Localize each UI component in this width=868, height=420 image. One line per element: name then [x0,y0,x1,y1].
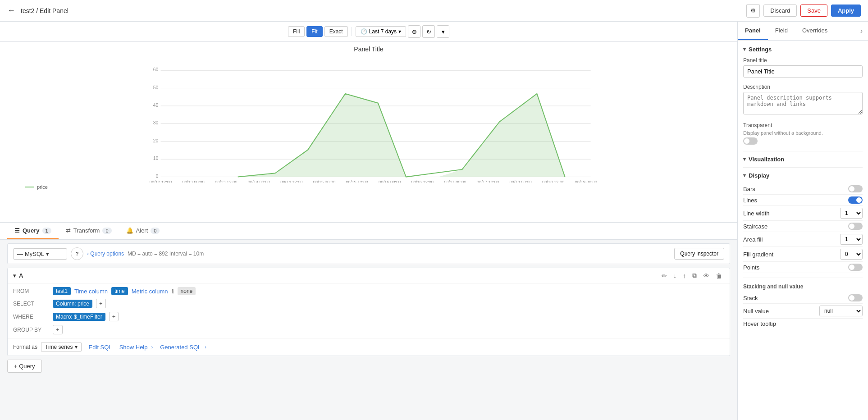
from-row: FROM test1 Time column time Metric colum… [13,287,724,295]
transform-count-badge: 0 [102,228,111,234]
tab-field[interactable]: Field [768,22,795,40]
discard-button[interactable]: Discard [763,5,797,17]
display-chevron-icon: ▾ [743,173,746,178]
save-button[interactable]: Save [800,5,827,17]
show-help-link[interactable]: Show Help [119,344,148,351]
datasource-icon: — [17,251,23,257]
apply-button[interactable]: Apply [831,5,861,17]
panel-title-input[interactable] [743,65,863,78]
header: ← test2 / Edit Panel ⚙ Discard Save Appl… [0,0,868,22]
alert-icon: 🔔 [126,227,133,234]
metric-none-tag[interactable]: none [178,287,196,295]
null-value-control: nullconnectednull as zero [819,306,863,316]
more-options-button[interactable]: ▾ [437,25,449,38]
staircase-row: Staircase [743,221,863,232]
group-by-row: GROUP BY + [13,325,724,334]
time-range-button[interactable]: 🕐 Last 7 days ▾ [356,26,406,37]
transparent-toggle[interactable] [743,137,758,145]
display-section-header[interactable]: ▾ Display [743,172,863,179]
tab-alert[interactable]: 🔔 Alert 0 [119,223,167,239]
description-textarea[interactable] [743,92,863,114]
zoom-out-button[interactable]: ⊖ [408,25,420,38]
where-value-tag[interactable]: Macro: $_timeFilter [53,313,105,321]
hover-tooltip-row: Hover tooltip [743,319,863,329]
lines-toggle[interactable] [848,196,863,204]
refresh-icon: ↻ [426,28,431,35]
zoom-icon: ⊖ [412,28,417,35]
line-width-label: Line width [743,210,770,217]
tab-query[interactable]: ☰ Query 1 [7,223,59,239]
from-table-tag[interactable]: test1 [53,287,71,295]
fill-gradient-select[interactable]: 012 [840,249,863,260]
help-icon-button[interactable]: ? [71,247,83,260]
chevron-icon: ▾ [46,251,49,257]
options-link[interactable]: › Query options [87,251,124,257]
chevron-down-icon: ▾ [75,344,78,350]
bars-toggle[interactable] [848,185,863,192]
group-add-button[interactable]: + [53,325,63,334]
svg-text:08/12 12:00: 08/12 12:00 [150,180,172,183]
alert-tab-label: Alert [136,227,148,234]
visualization-section-header[interactable]: ▾ Visualization [743,156,863,163]
tab-panel[interactable]: Panel [738,22,768,40]
query-inspector-button[interactable]: Query inspector [674,248,724,260]
select-value-tag[interactable]: Column: price [53,300,92,308]
query-block-header: ▾ A ✏ ↓ ↑ ⧉ 👁 🗑 [8,268,730,283]
add-query-button[interactable]: + Query [7,360,42,373]
settings-button[interactable]: ⚙ [746,4,760,18]
panel-title-label: Panel title [743,57,863,64]
visualization-label: Visualization [749,156,784,163]
transparent-group: Transparent Display panel without a back… [743,122,863,145]
staircase-toggle[interactable] [848,223,863,230]
null-value-label: Null value [743,308,769,315]
fill-button[interactable]: Fill [288,26,305,37]
header-left: ← test2 / Edit Panel [7,6,746,15]
svg-text:08/13 12:00: 08/13 12:00 [215,180,237,183]
metric-column-link[interactable]: Metric column [132,288,168,295]
fill-gradient-label: Fill gradient [743,251,773,258]
chart-legend: price [7,184,730,190]
query-icon: ☰ [14,227,20,234]
chevron-down-icon: ▾ [442,28,445,35]
select-add-button[interactable]: + [96,299,106,308]
edit-sql-link[interactable]: Edit SQL [89,344,112,351]
area-fill-row: Area fill 102 [743,232,863,247]
from-label: FROM [13,288,49,294]
duplicate-button[interactable]: ⧉ [690,271,699,280]
time-value-tag[interactable]: time [111,287,128,295]
stack-toggle[interactable] [848,294,863,301]
svg-text:10: 10 [153,156,159,161]
datasource-select[interactable]: — MySQL ▾ [13,248,67,260]
null-value-select[interactable]: nullconnectednull as zero [819,306,863,316]
toggle-visibility-button[interactable]: 👁 [701,271,712,280]
line-width-select[interactable]: 123 [840,208,863,219]
description-label: Description [743,84,863,90]
format-as-label: Format as [13,344,37,350]
chevron-right-icon: › [87,251,89,257]
expand-icon[interactable]: › [855,23,868,39]
refresh-button[interactable]: ↻ [422,25,435,38]
edit-block-button[interactable]: ✏ [659,271,669,280]
tab-overrides[interactable]: Overrides [795,22,835,40]
delete-button[interactable]: 🗑 [713,271,724,280]
back-button[interactable]: ← [7,6,15,15]
settings-section-header[interactable]: ▾ Settings [743,46,863,53]
visualization-chevron-icon: ▾ [743,156,746,162]
svg-text:08/19 00:00: 08/19 00:00 [575,180,597,183]
time-column-link[interactable]: Time column [74,288,108,295]
format-select[interactable]: Time series ▾ [41,342,82,352]
where-add-button[interactable]: + [109,312,119,321]
tab-transform[interactable]: ⇄ Transform 0 [59,223,119,239]
chart-title: Panel Title [7,46,730,53]
points-toggle[interactable] [848,264,863,271]
svg-text:08/16 12:00: 08/16 12:00 [411,180,434,183]
query-block-title: A [19,272,23,279]
move-down-button[interactable]: ↓ [671,271,679,280]
right-panel-content: ▾ Settings Panel title Description Trans… [738,41,868,420]
exact-button[interactable]: Exact [324,26,348,37]
fit-button[interactable]: Fit [306,26,322,37]
area-fill-select[interactable]: 102 [840,234,863,245]
move-up-button[interactable]: ↑ [681,271,688,280]
generated-sql-link[interactable]: Generated SQL [160,344,201,351]
collapse-icon[interactable]: ▾ [13,272,16,279]
